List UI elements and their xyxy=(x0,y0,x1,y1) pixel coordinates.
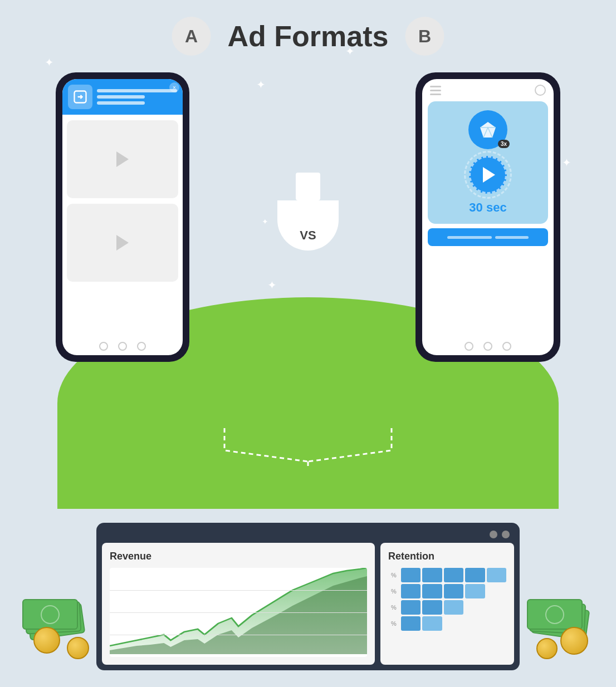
nav-dot-1 xyxy=(99,342,108,351)
label-b-circle: B xyxy=(405,17,444,56)
coin-2 xyxy=(67,637,89,659)
multiplier-badge: 3x xyxy=(498,140,510,148)
phone-b: 3x 30 sec xyxy=(415,72,560,362)
ret-cell xyxy=(422,600,442,615)
ret-cell xyxy=(444,616,463,631)
money-left xyxy=(22,598,89,642)
action-bar xyxy=(428,228,548,246)
retention-grid: % % % % xyxy=(388,568,506,631)
nav-dot-2 xyxy=(118,342,127,351)
ret-cell xyxy=(487,600,506,615)
ret-cell xyxy=(401,616,421,631)
close-button[interactable]: × xyxy=(169,82,179,92)
duration-label: 30 sec xyxy=(469,200,506,215)
close-icon: × xyxy=(173,85,176,91)
page-title: Ad Formats xyxy=(228,19,389,53)
window-titlebar xyxy=(102,528,514,543)
ret-cell xyxy=(401,568,421,582)
revenue-chart xyxy=(110,568,367,657)
ret-cell xyxy=(487,568,506,582)
ret-cell xyxy=(422,568,442,582)
b-nav-dot-1 xyxy=(465,342,473,351)
phone-a-screen: × xyxy=(62,79,183,355)
play-triangle-icon xyxy=(483,167,495,183)
percent-label: % xyxy=(388,568,399,582)
bill-6 xyxy=(527,599,583,630)
a-label: A xyxy=(185,26,198,47)
vs-flask: VS xyxy=(277,173,339,251)
b-nav-dot-2 xyxy=(483,342,492,351)
ret-cell xyxy=(487,584,506,598)
grid-line xyxy=(110,590,367,591)
dashboard-panels: Revenue xyxy=(102,543,514,665)
ret-cell xyxy=(422,616,442,631)
coin-1 xyxy=(33,627,60,654)
nav-dot-3 xyxy=(137,342,146,351)
menu-line xyxy=(430,86,441,87)
play-icon xyxy=(116,151,129,167)
window-dot-1 xyxy=(490,531,497,538)
signin-icon xyxy=(72,89,88,105)
vs-label: VS xyxy=(300,228,316,243)
money-right xyxy=(527,598,594,642)
phone-a-body: × xyxy=(56,72,189,362)
ret-cell xyxy=(444,584,463,598)
diamond-reward: 3x xyxy=(468,110,507,149)
analytics-dashboard: Revenue xyxy=(96,523,520,670)
ad-text-lines xyxy=(97,89,177,105)
retention-panel: Retention % % % xyxy=(380,543,514,665)
ret-cell xyxy=(465,568,485,582)
menu-line xyxy=(430,94,441,95)
phone-nav-bar xyxy=(62,342,183,351)
header: A Ad Formats B xyxy=(172,17,444,56)
phone-b-body: 3x 30 sec xyxy=(415,72,560,362)
label-a-circle: A xyxy=(172,17,211,56)
phone-a: × xyxy=(56,72,189,362)
grid-line xyxy=(110,635,367,635)
phone-b-topbar xyxy=(422,79,554,101)
ret-cell xyxy=(465,584,485,598)
play-button[interactable] xyxy=(469,156,507,194)
ret-cell xyxy=(465,600,485,615)
b-nav-dot-3 xyxy=(502,342,511,351)
percent-label: % xyxy=(388,584,399,598)
ad-icon xyxy=(68,85,92,109)
phone-b-screen: 3x 30 sec xyxy=(422,79,554,355)
ret-cell xyxy=(487,616,506,631)
ad-line-1 xyxy=(97,89,177,92)
reward-area: 3x 30 sec xyxy=(428,101,548,224)
revenue-title: Revenue xyxy=(110,551,367,562)
phone-b-nav-bar xyxy=(422,342,554,351)
content-block-2 xyxy=(67,204,178,282)
flask-shape: VS xyxy=(277,173,339,251)
ad-line-2 xyxy=(97,95,145,99)
b-label: B xyxy=(418,26,431,47)
flask-bottom: VS xyxy=(277,200,339,251)
ret-cell xyxy=(401,584,421,598)
percent-label: % xyxy=(388,600,399,615)
ret-cell xyxy=(465,616,485,631)
grid-line xyxy=(110,612,367,613)
coin-3 xyxy=(560,627,588,655)
svg-marker-1 xyxy=(480,122,496,138)
bar-line-2 xyxy=(495,236,529,239)
ret-cell xyxy=(401,600,421,615)
revenue-panel: Revenue xyxy=(102,543,375,665)
ret-cell xyxy=(422,584,442,598)
flask-neck xyxy=(296,173,320,200)
retention-title: Retention xyxy=(388,551,506,562)
menu-icon xyxy=(430,86,441,95)
play-icon-2 xyxy=(116,235,129,251)
content-block-1 xyxy=(67,120,178,198)
coin-4 xyxy=(536,638,558,659)
bill-3 xyxy=(22,599,78,630)
dashed-arrows xyxy=(169,423,447,467)
ad-banner: × xyxy=(62,79,183,115)
ad-line-3 xyxy=(97,101,145,105)
ret-cell xyxy=(444,600,463,615)
diamond-icon xyxy=(477,119,499,141)
menu-line xyxy=(430,90,441,91)
ret-cell xyxy=(444,568,463,582)
window-dot-2 xyxy=(502,531,510,538)
bar-line-1 xyxy=(447,236,492,239)
